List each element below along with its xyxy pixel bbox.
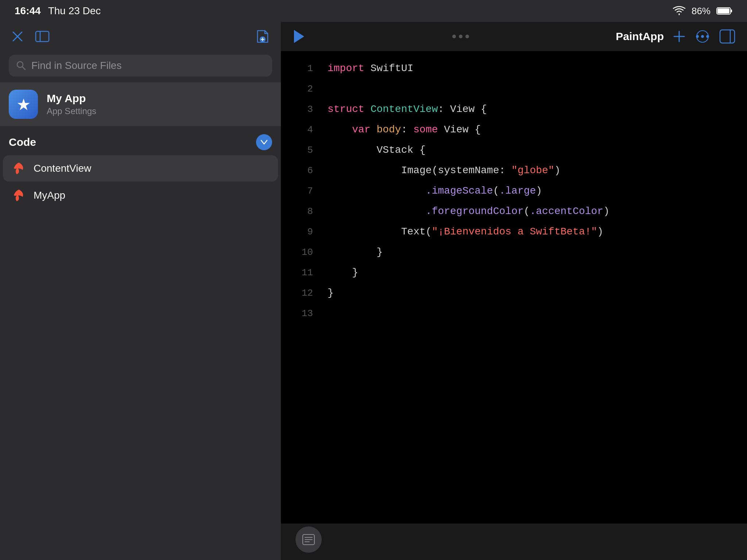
code-token: View { [438, 124, 481, 135]
code-line: 7 .imageScale(.large) [295, 181, 732, 201]
new-file-button[interactable] [255, 29, 269, 44]
code-token: .imageScale [426, 185, 493, 197]
svg-rect-2 [717, 8, 729, 13]
close-icon [12, 31, 23, 42]
line-number: 1 [295, 58, 313, 79]
chevron-down-icon [260, 139, 268, 145]
code-token: Text( [328, 226, 432, 237]
sidebar: ★ My App App Settings Code ContentViewMy… [0, 22, 281, 560]
code-token: "globe" [511, 165, 554, 176]
code-line: 3struct ContentView: View { [295, 99, 732, 120]
sidebar-toolbar [0, 22, 281, 51]
code-token: struct [328, 104, 364, 115]
line-number: 7 [295, 181, 313, 201]
inspector-button[interactable] [719, 29, 735, 44]
line-code: import SwiftUI [328, 58, 413, 79]
battery-icon [716, 7, 732, 15]
svg-rect-5 [36, 31, 49, 42]
search-icon [16, 61, 26, 71]
line-code: .foregroundColor(.accentColor) [328, 201, 609, 222]
section-collapse-button[interactable] [256, 134, 272, 150]
code-line: 1import SwiftUI [295, 58, 732, 79]
file-name: ContentView [34, 163, 91, 174]
code-line: 8 .foregroundColor(.accentColor) [295, 201, 732, 222]
code-token: ) [597, 226, 603, 237]
code-token: VStack { [328, 144, 426, 156]
code-line: 6 Image(systemName: "globe") [295, 160, 732, 181]
sidebar-icon [35, 31, 50, 42]
code-token [364, 104, 371, 115]
status-time: 16:44 [15, 5, 41, 17]
run-button[interactable] [293, 29, 306, 44]
svg-line-11 [22, 67, 25, 70]
app-info: My App App Settings [47, 92, 96, 116]
code-token: "¡Bienvenidos a SwiftBeta!" [432, 226, 597, 237]
line-number: 10 [295, 242, 313, 262]
close-button[interactable] [12, 31, 23, 42]
ellipsis-icon [694, 30, 711, 43]
battery-percentage: 86% [692, 5, 711, 17]
code-token: Image(systemName: [328, 165, 511, 176]
file-item[interactable]: MyApp [3, 182, 278, 209]
svg-marker-12 [294, 30, 304, 43]
code-token [328, 206, 426, 217]
code-editor[interactable]: 1import SwiftUI2 3struct ContentView: Vi… [281, 51, 747, 524]
code-token [328, 124, 352, 135]
file-list: ContentViewMyApp [0, 155, 281, 209]
more-options-button[interactable] [694, 30, 711, 43]
file-name: MyApp [34, 190, 65, 201]
code-token: ContentView [371, 104, 438, 115]
file-item[interactable]: ContentView [3, 155, 278, 182]
line-code: } [328, 242, 383, 262]
snippet-button[interactable] [295, 526, 322, 553]
status-right: 86% [673, 5, 732, 17]
line-number: 8 [295, 201, 313, 222]
code-line: 12} [295, 283, 732, 303]
new-file-icon [255, 29, 269, 44]
app-item[interactable]: ★ My App App Settings [0, 82, 281, 126]
code-token: } [328, 287, 334, 299]
search-input[interactable] [31, 60, 265, 71]
code-token: SwiftUI [364, 63, 413, 74]
search-bar[interactable] [9, 55, 272, 77]
code-token: .accentColor [530, 206, 604, 217]
status-bar: 16:44 Thu 23 Dec 86% [0, 0, 747, 22]
line-code: var body: some View { [328, 120, 481, 140]
line-code [328, 79, 334, 99]
code-token [371, 124, 377, 135]
line-number: 12 [295, 283, 313, 303]
app-subtitle: App Settings [47, 106, 96, 116]
sidebar-toggle-button[interactable] [35, 31, 50, 42]
toolbar-right: PaintApp [616, 29, 735, 44]
bottom-bar [281, 524, 747, 560]
add-button[interactable] [673, 30, 686, 43]
code-token: : [401, 124, 414, 135]
line-code: .imageScale(.large) [328, 181, 542, 201]
code-token: } [328, 267, 358, 278]
line-number: 11 [295, 262, 313, 283]
code-token: ) [554, 165, 561, 176]
code-token: import [328, 63, 364, 74]
line-code [328, 303, 334, 324]
swift-icon [12, 188, 26, 203]
plus-icon [673, 30, 686, 43]
code-line: 9 Text("¡Bienvenidos a SwiftBeta!") [295, 222, 732, 242]
code-token: ( [524, 206, 530, 217]
line-code: Image(systemName: "globe") [328, 160, 561, 181]
line-number: 13 [295, 303, 313, 324]
code-token: : View { [438, 104, 487, 115]
code-token: some [413, 124, 438, 135]
code-token: body [376, 124, 401, 135]
section-header: Code [0, 127, 281, 155]
code-line: 2 [295, 79, 732, 99]
line-code: } [328, 283, 334, 303]
line-number: 5 [295, 140, 313, 160]
section-title: Code [9, 136, 36, 148]
line-code: VStack { [328, 140, 426, 160]
app-icon: ★ [9, 90, 38, 119]
code-line: 13 [295, 303, 732, 324]
line-number: 6 [295, 160, 313, 181]
line-code: Text("¡Bienvenidos a SwiftBeta!") [328, 222, 603, 242]
code-token: .foregroundColor [426, 206, 524, 217]
dot-3 [465, 35, 469, 38]
